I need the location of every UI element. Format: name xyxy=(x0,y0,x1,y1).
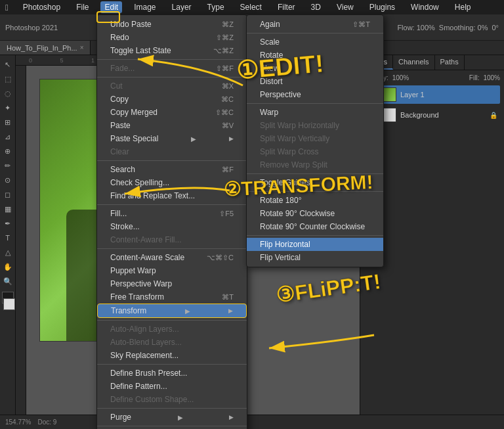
menu-item-copy-merged[interactable]: Copy Merged⇧⌘C xyxy=(97,106,247,119)
stamp-tool[interactable]: ⊙ xyxy=(1,173,14,187)
submenu-split-warp-cross[interactable]: Split Warp Cross xyxy=(247,145,383,158)
crop-tool[interactable]: ⊞ xyxy=(1,116,14,129)
submenu-sep-3 xyxy=(247,173,383,174)
path-tool[interactable]: △ xyxy=(1,246,14,259)
menu-select[interactable]: Select xyxy=(236,1,266,13)
submenu-again[interactable]: Again⇧⌘T xyxy=(247,18,383,31)
menu-filter[interactable]: Filter xyxy=(274,1,299,13)
menu-item-clear[interactable]: Clear xyxy=(97,145,247,158)
submenu-skew[interactable]: Skew xyxy=(247,62,383,75)
edit-menu: Undo Paste⌘Z Redo⇧⌘Z Toggle Last State⌥⌘… xyxy=(96,14,247,429)
brush-tool[interactable]: ✏ xyxy=(1,159,14,172)
menu-item-sky-replace[interactable]: Sky Replacement... xyxy=(97,349,247,362)
eyedropper-tool[interactable]: ⊿ xyxy=(1,130,14,143)
app-name: Photoshop 2021 xyxy=(5,24,58,32)
submenu-rotate90cw[interactable]: Rotate 90° Clockwise xyxy=(247,207,383,220)
menu-view[interactable]: View xyxy=(333,1,358,13)
menu-window[interactable]: Window xyxy=(407,1,443,13)
menu-item-transform[interactable]: Transform▶ xyxy=(97,304,247,318)
menu-item-content-aware-scale[interactable]: Content-Aware Scale⌥⌘⇧C xyxy=(97,251,247,264)
text-tool[interactable]: T xyxy=(1,231,14,244)
menu-item-toggle-state[interactable]: Toggle Last State⌥⌘Z xyxy=(97,44,247,57)
transform-submenu: Again⇧⌘T Scale Rotate Skew Distort Persp… xyxy=(246,14,384,267)
menu-plugins[interactable]: Plugins xyxy=(366,1,399,13)
marquee-tool[interactable]: ⬚ xyxy=(1,72,14,85)
submenu-sep-1 xyxy=(247,33,383,34)
submenu-distort[interactable]: Distort xyxy=(247,75,383,88)
menu-item-define-shape[interactable]: Define Custom Shape... xyxy=(97,393,247,406)
menu-item-check-spelling[interactable]: Check Spelling... xyxy=(97,176,247,189)
submenu-rotate[interactable]: Rotate xyxy=(247,49,383,62)
tab-channels[interactable]: Channels xyxy=(393,55,434,70)
menu-item-paste-special[interactable]: Paste Special▶ xyxy=(97,132,247,145)
menu-file[interactable]: File xyxy=(72,1,93,13)
left-toolbar: ↖ ⬚ ◌ ✦ ⊞ ⊿ ⊕ ✏ ⊙ ◻ ▦ ✒ T △ ✋ 🔍 xyxy=(0,55,16,415)
menu-item-define-brush[interactable]: Define Brush Preset... xyxy=(97,367,247,380)
menu-item-purge[interactable]: Purge▶ xyxy=(97,411,247,424)
menu-item-fill[interactable]: Fill...⇧F5 xyxy=(97,207,247,220)
fill-label: Fill: xyxy=(469,74,480,81)
submenu-toggle-guides[interactable]: Toggle Guides xyxy=(247,176,383,189)
tab-filename: How_To_Flip_In_Ph... xyxy=(7,44,77,52)
menu-item-cut[interactable]: Cut⌘X xyxy=(97,79,247,93)
doc-info: Doc: 9 xyxy=(37,418,56,426)
menu-item-auto-blend[interactable]: Auto-Blend Layers... xyxy=(97,336,247,349)
menu-bar:  Photoshop File Edit Image Layer Type S… xyxy=(0,0,504,14)
menu-item-puppet-warp[interactable]: Puppet Warp xyxy=(97,264,247,277)
menu-item-find-replace[interactable]: Find and Replace Text... xyxy=(97,189,247,202)
menu-item-paste[interactable]: Paste⌘V xyxy=(97,119,247,132)
submenu-split-warp-v[interactable]: Split Warp Vertically xyxy=(247,132,383,145)
menu-item-redo[interactable]: Redo⇧⌘Z xyxy=(97,31,247,44)
layer-controls: Opacity: 100% Fill: 100% xyxy=(364,74,500,81)
hand-tool[interactable]: ✋ xyxy=(1,260,14,273)
menu-item-fade[interactable]: Fade...⇧⌘F xyxy=(97,62,247,75)
tab-close[interactable]: × xyxy=(80,44,84,51)
ruler-left xyxy=(16,66,26,415)
document-tab[interactable]: How_To_Flip_In_Ph... × xyxy=(0,41,91,55)
apple-menu[interactable]:  xyxy=(5,3,9,12)
menu-image[interactable]: Image xyxy=(130,1,159,13)
eraser-tool[interactable]: ◻ xyxy=(1,188,14,201)
menu-item-perspective-warp[interactable]: Perspective Warp xyxy=(97,277,247,290)
submenu-rotate90ccw[interactable]: Rotate 90° Counter Clockwise xyxy=(247,220,383,233)
fill-value[interactable]: 100% xyxy=(483,74,500,81)
submenu-scale[interactable]: Scale xyxy=(247,35,383,49)
menu-layer[interactable]: Layer xyxy=(168,1,196,13)
menu-3d[interactable]: 3D xyxy=(307,1,325,13)
menu-item-stroke[interactable]: Stroke... xyxy=(97,220,247,233)
layer-row-background[interactable]: 👁 Background 🔒 xyxy=(364,106,500,124)
pen-tool[interactable]: ✒ xyxy=(1,217,14,230)
zoom-tool[interactable]: 🔍 xyxy=(1,275,14,288)
smoothing-label: Smoothing: 0% xyxy=(439,24,488,32)
submenu-remove-warp[interactable]: Remove Warp Split xyxy=(247,158,383,171)
menu-item-copy[interactable]: Copy⌘C xyxy=(97,93,247,106)
submenu-rotate180[interactable]: Rotate 180° xyxy=(247,194,383,207)
menu-help[interactable]: Help xyxy=(451,1,475,13)
menu-item-content-aware-fill[interactable]: Content-Aware Fill... xyxy=(97,233,247,246)
menu-item-free-transform[interactable]: Free Transform⌘T xyxy=(97,290,247,304)
submenu-flip-vertical[interactable]: Flip Vertical xyxy=(247,251,383,264)
separator-7 xyxy=(97,364,247,365)
move-tool[interactable]: ↖ xyxy=(1,58,14,71)
submenu-flip-horizontal[interactable]: Flip Horizontal xyxy=(247,238,383,251)
gradient-tool[interactable]: ▦ xyxy=(1,202,14,215)
magic-wand-tool[interactable]: ✦ xyxy=(1,101,14,114)
separator-3 xyxy=(97,160,247,161)
menu-type[interactable]: Type xyxy=(203,1,228,13)
healing-tool[interactable]: ⊕ xyxy=(1,145,14,158)
menu-edit[interactable]: Edit xyxy=(100,1,122,13)
layer-row-layer1[interactable]: 👁 Layer 1 xyxy=(364,85,500,104)
opacity-value[interactable]: 100% xyxy=(392,74,410,81)
zoom-level: 154.77% xyxy=(5,418,31,426)
menu-photoshop[interactable]: Photoshop xyxy=(19,1,64,13)
tab-paths[interactable]: Paths xyxy=(435,55,465,70)
menu-item-search[interactable]: Search⌘F xyxy=(97,163,247,176)
menu-item-undo[interactable]: Undo Paste⌘Z xyxy=(97,18,247,31)
lasso-tool[interactable]: ◌ xyxy=(1,87,14,100)
submenu-warp[interactable]: Warp xyxy=(247,106,383,119)
menu-item-auto-align[interactable]: Auto-Align Layers... xyxy=(97,323,247,336)
background-color[interactable] xyxy=(3,298,15,310)
menu-item-define-pattern[interactable]: Define Pattern... xyxy=(97,380,247,393)
submenu-split-warp-h[interactable]: Split Warp Horizontally xyxy=(247,119,383,132)
submenu-perspective[interactable]: Perspective xyxy=(247,88,383,101)
